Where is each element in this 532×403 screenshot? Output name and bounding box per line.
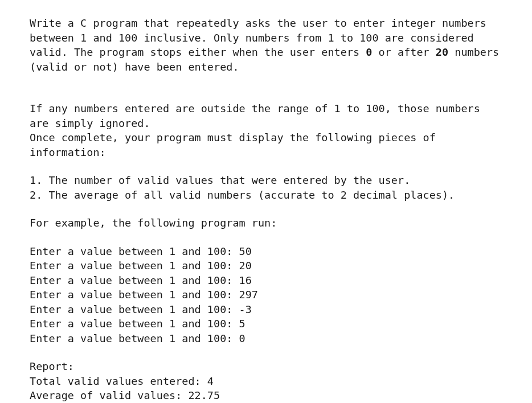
once-complete-paragraph: Once complete, your program must display… <box>30 130 502 159</box>
run-line-4: Enter a value between 1 and 100: 297 <box>30 287 502 302</box>
run-line-1: Enter a value between 1 and 100: 50 <box>30 244 502 259</box>
run-line-5: Enter a value between 1 and 100: -3 <box>30 302 502 317</box>
intro-paragraph: Write a C program that repeatedly asks t… <box>30 16 502 74</box>
intro-text-2: or after <box>372 46 435 58</box>
report-header: Report: <box>30 359 502 374</box>
list-item-1: 1. The number of valid values that were … <box>30 173 502 188</box>
example-intro: For example, the following program run: <box>30 216 502 231</box>
intro-bold-twenty: 20 <box>436 46 448 58</box>
ignored-paragraph: If any numbers entered are outside the r… <box>30 101 502 130</box>
run-line-6: Enter a value between 1 and 100: 5 <box>30 316 502 331</box>
intro-bold-zero: 0 <box>366 46 372 58</box>
report-total: Total valid values entered: 4 <box>30 374 502 389</box>
run-line-2: Enter a value between 1 and 100: 20 <box>30 258 502 273</box>
run-line-3: Enter a value between 1 and 100: 16 <box>30 273 502 288</box>
report-average: Average of valid values: 22.75 <box>30 388 502 403</box>
list-item-2: 2. The average of all valid numbers (acc… <box>30 188 502 203</box>
run-line-7: Enter a value between 1 and 100: 0 <box>30 331 502 346</box>
